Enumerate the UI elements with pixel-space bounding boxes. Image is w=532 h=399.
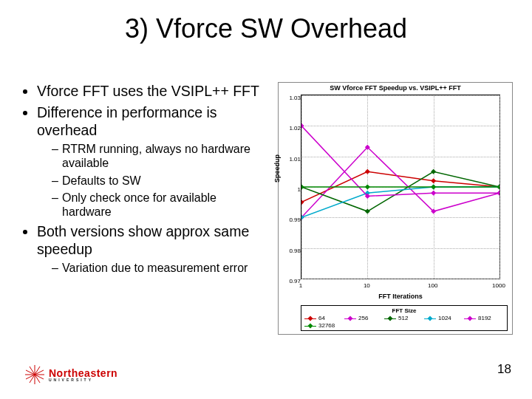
bullet-item: Both versions show approx same speedup V…	[37, 223, 266, 275]
svg-rect-22	[431, 184, 436, 189]
footer-logo: Northeastern UNIVERSITY	[25, 365, 117, 384]
logo-subtitle: UNIVERSITY	[49, 378, 117, 382]
sub-bullet-item: Variation due to measurement error	[52, 261, 266, 275]
svg-rect-2	[431, 178, 436, 183]
chart-panel: SW Vforce FFT Speedup vs. VSIPL++ FFT Sp…	[278, 82, 513, 335]
svg-rect-9	[365, 209, 370, 214]
logo-name: Northeastern	[49, 368, 117, 378]
legend-item: 256	[344, 315, 384, 321]
page-number: 18	[497, 362, 511, 377]
y-tick-label: 1	[283, 186, 301, 193]
bullet-text: Difference in performance is overhead	[37, 104, 217, 137]
sub-bullet-item: RTRM running, always no hardware availab…	[52, 142, 266, 170]
svg-rect-18	[431, 191, 436, 196]
plot-area: FFT Iterations 1.031.021.0110.990.980.97…	[301, 95, 508, 279]
y-tick-label: 0.99	[283, 216, 301, 223]
y-tick-label: 1.03	[283, 95, 301, 101]
slide: 3) Vforce SW Overhead Vforce FFT uses th…	[0, 0, 532, 399]
x-tick-label: 10	[364, 282, 370, 289]
x-axis-label: FFT Iterations	[301, 293, 500, 300]
plot-box	[301, 95, 500, 279]
chart-title: SW Vforce FFT Speedup vs. VSIPL++ FFT	[279, 84, 512, 92]
legend-item: 64	[304, 315, 344, 321]
x-tick-label: 1000	[492, 282, 505, 289]
legend-item: 8192	[464, 315, 504, 321]
bullet-item: Vforce FFT uses the VSIPL++ FFT	[37, 83, 266, 100]
sub-bullet-item: Only check once for available hardware	[52, 191, 266, 219]
legend-item: 32768	[304, 322, 344, 329]
legend-item: 1024	[424, 315, 464, 321]
body-text: Vforce FFT uses the VSIPL++ FFT Differen…	[22, 83, 266, 279]
x-tick-label: 1	[299, 282, 302, 289]
y-tick-label: 0.98	[283, 247, 301, 253]
slide-title: 3) Vforce SW Overhead	[0, 13, 532, 44]
svg-rect-21	[365, 184, 370, 189]
legend-item: 512	[384, 315, 424, 321]
chart-legend: FFT Size642565121024819232768	[301, 305, 508, 331]
sunburst-icon	[25, 365, 44, 384]
bullet-text: Both versions show approx same speedup	[37, 223, 249, 256]
svg-rect-10	[431, 169, 436, 174]
svg-rect-23	[497, 184, 499, 189]
svg-rect-0	[301, 200, 304, 205]
svg-rect-19	[497, 191, 499, 196]
x-tick-label: 100	[428, 282, 437, 289]
sub-bullet-item: Defaults to SW	[52, 174, 266, 188]
logo-wordmark: Northeastern UNIVERSITY	[49, 368, 117, 382]
legend-title: FFT Size	[304, 307, 504, 314]
svg-rect-1	[365, 169, 370, 174]
y-tick-label: 0.97	[283, 278, 301, 284]
y-tick-label: 1.02	[283, 125, 301, 132]
bullet-item: Difference in performance is overhead RT…	[37, 104, 266, 219]
y-tick-label: 1.01	[283, 155, 301, 162]
svg-rect-20	[301, 184, 304, 189]
